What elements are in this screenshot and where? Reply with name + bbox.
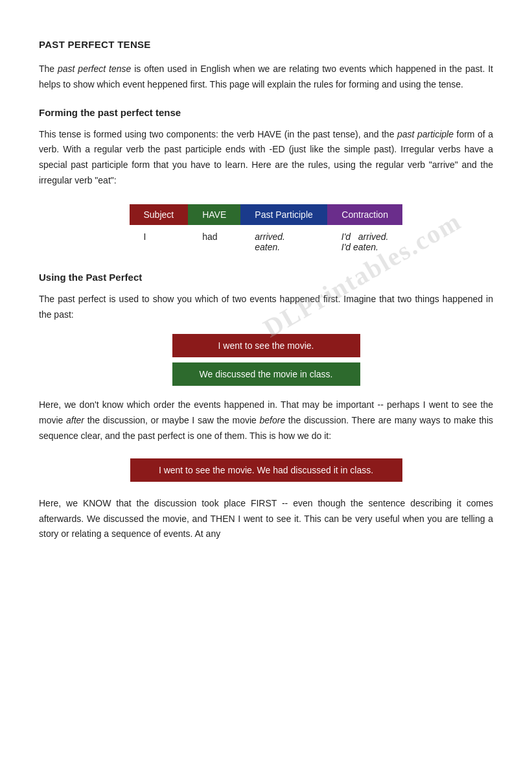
combined-box-container: I went to see the movie. We had discusse… — [39, 458, 493, 482]
th-subject: Subject — [130, 204, 189, 225]
middle-paragraph: Here, we don't know which order the even… — [39, 397, 493, 444]
th-contraction: Contraction — [327, 204, 403, 225]
th-participle: Past Participle — [240, 204, 327, 225]
td-subject: I — [130, 225, 189, 259]
forming-paragraph: This tense is formed using two component… — [39, 127, 493, 189]
page-title: PAST PERFECT TENSE — [39, 39, 493, 50]
forming-heading: Forming the past perfect tense — [39, 107, 493, 118]
intro-paragraph: The past perfect tense is often used in … — [39, 62, 493, 93]
td-contraction: I'd arrived.I'd eaten. — [327, 225, 403, 259]
grammar-table: Subject HAVE Past Participle Contraction… — [130, 204, 403, 259]
grammar-table-container: Subject HAVE Past Participle Contraction… — [39, 204, 493, 259]
using-paragraph: The past perfect is used to show you whi… — [39, 292, 493, 323]
th-have: HAVE — [188, 204, 240, 225]
table-row: I had arrived.eaten. I'd arrived.I'd eat… — [130, 225, 403, 259]
final-paragraph: Here, we KNOW that the discussion took p… — [39, 496, 493, 542]
using-section: Using the Past Perfect The past perfect … — [39, 272, 493, 542]
td-have: had — [188, 225, 240, 259]
highlight-box-2: We discussed the movie in class. — [172, 362, 360, 386]
using-heading: Using the Past Perfect — [39, 272, 493, 283]
highlight-box-container: I went to see the movie. We discussed th… — [39, 334, 493, 386]
combined-box: I went to see the movie. We had discusse… — [130, 458, 402, 482]
td-participle: arrived.eaten. — [240, 225, 327, 259]
highlight-box-1: I went to see the movie. — [172, 334, 360, 357]
page-wrapper: PAST PERFECT TENSE The past perfect tens… — [39, 39, 493, 542]
